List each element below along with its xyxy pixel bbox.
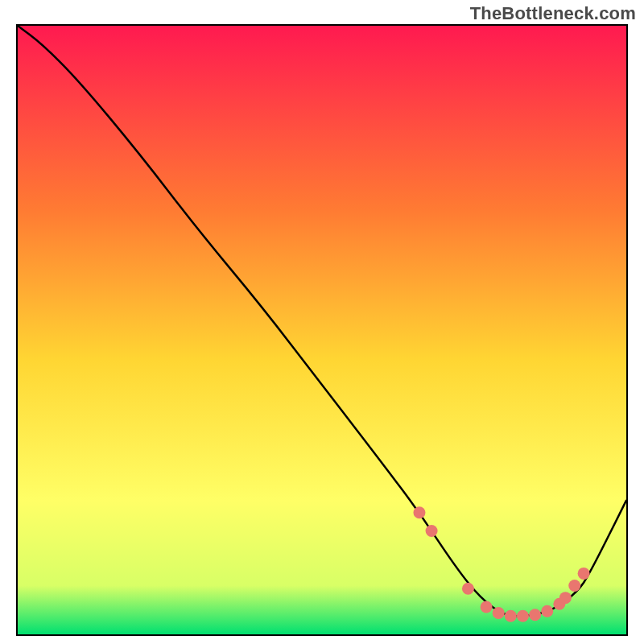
plot-area xyxy=(16,24,628,636)
highlight-dots xyxy=(413,506,589,622)
highlight-dot xyxy=(505,610,517,622)
highlight-dot xyxy=(481,601,493,613)
highlight-dot xyxy=(517,610,529,622)
chart-frame: TheBottleneck.com xyxy=(0,0,644,644)
highlight-dot xyxy=(541,605,553,617)
watermark-text: TheBottleneck.com xyxy=(470,3,636,24)
highlight-dot xyxy=(559,592,572,604)
highlight-dot xyxy=(568,580,580,592)
highlight-dot xyxy=(493,607,505,619)
bottleneck-curve xyxy=(18,26,626,616)
highlight-dot xyxy=(413,506,425,518)
highlight-dot xyxy=(426,525,438,537)
highlight-dot xyxy=(578,568,590,580)
curve-overlay xyxy=(18,26,626,634)
highlight-dot xyxy=(462,583,474,595)
highlight-dot xyxy=(529,609,541,621)
